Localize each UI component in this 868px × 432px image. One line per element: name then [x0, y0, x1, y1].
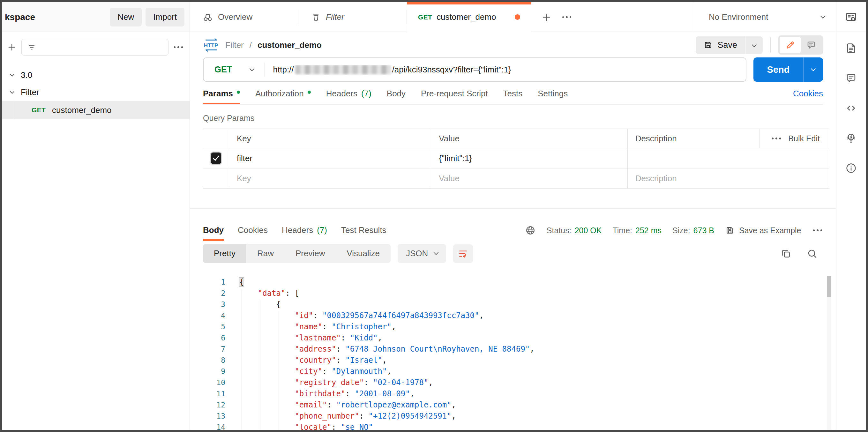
- sidebar: 3.0 Filter GET customer_demo: [2, 32, 190, 430]
- unsaved-changes-dot: [515, 14, 520, 20]
- tab-bar: Overview Filter GET customer_demo: [190, 2, 694, 32]
- line-number: 8: [190, 356, 225, 364]
- lightbulb-icon: [845, 132, 857, 144]
- save-options-button[interactable]: [745, 36, 763, 54]
- line-number: 12: [190, 401, 225, 409]
- edit-comment-toggle: [778, 35, 823, 55]
- save-button[interactable]: Save: [696, 36, 745, 54]
- tab-customer-demo-active[interactable]: GET customer_demo: [407, 2, 531, 32]
- request-tabs: Params Authorization Headers(7) Body Pre…: [203, 89, 823, 105]
- view-raw-button[interactable]: Raw: [246, 244, 285, 263]
- param-description[interactable]: [627, 148, 829, 168]
- related-requests-button[interactable]: [845, 132, 857, 144]
- header-checkbox-cell: [203, 129, 229, 148]
- import-button[interactable]: Import: [146, 8, 184, 27]
- url-suffix: /api/kci93nssqxv?filter={"limit":1}: [392, 65, 511, 75]
- sidebar-filter-input[interactable]: [21, 39, 168, 56]
- param-key-placeholder[interactable]: Key: [229, 168, 431, 188]
- code-line: 9 "city": "Dylanmouth",: [190, 366, 836, 377]
- comment-mode-button[interactable]: [801, 37, 822, 53]
- save-as-example-button[interactable]: Save as Example: [725, 225, 801, 235]
- tab-tests[interactable]: Tests: [503, 89, 523, 104]
- breadcrumb-request-name[interactable]: customer_demo: [257, 40, 322, 50]
- sidebar-add-button[interactable]: [7, 42, 17, 52]
- param-description-placeholder[interactable]: Description: [627, 168, 829, 188]
- breadcrumb-parent[interactable]: Filter: [225, 40, 244, 50]
- send-options-button[interactable]: [803, 57, 823, 82]
- sidebar-options-button[interactable]: [173, 46, 184, 48]
- tab-authorization[interactable]: Authorization: [255, 89, 311, 104]
- view-visualize-button[interactable]: Visualize: [336, 244, 391, 263]
- view-preview-button[interactable]: Preview: [285, 244, 336, 263]
- request-header-row: HTTP Filter / customer_demo Save: [190, 32, 836, 55]
- code-line: 5 "name": "Christopher",: [190, 321, 836, 332]
- edit-mode-button[interactable]: [780, 37, 801, 53]
- ellipsis-icon[interactable]: [771, 137, 782, 140]
- query-params-title: Query Params: [203, 114, 823, 123]
- column-header-value: Value: [431, 129, 627, 148]
- tab-settings[interactable]: Settings: [538, 89, 568, 104]
- method-selector[interactable]: GET: [204, 65, 265, 75]
- tab-filter-collection[interactable]: Filter: [299, 2, 407, 32]
- code-snippet-button[interactable]: [845, 102, 857, 114]
- top-bar: kspace New Import Overview Filter GET: [2, 2, 866, 32]
- documentation-button[interactable]: [845, 42, 857, 54]
- line-number: 10: [190, 378, 225, 387]
- param-checkbox-cell: [203, 168, 229, 188]
- response-body-editor[interactable]: 1{ 2 "data": [ 3 { 4 "id": "000329567a74…: [190, 276, 836, 430]
- code-line: 6 "lastname": "Kidd",: [190, 332, 836, 343]
- new-tab-button[interactable]: [541, 12, 552, 23]
- response-tab-headers[interactable]: Headers(7): [282, 225, 327, 241]
- tab-label: Body: [203, 225, 224, 235]
- status-label: Status:: [547, 226, 571, 235]
- bulk-edit-link[interactable]: Bulk Edit: [788, 134, 820, 143]
- tree-item-filter[interactable]: Filter: [2, 84, 190, 101]
- param-value[interactable]: {"limit":1}: [431, 148, 627, 168]
- search-response-button[interactable]: [806, 248, 818, 259]
- param-key[interactable]: filter: [229, 148, 431, 168]
- new-button[interactable]: New: [110, 8, 142, 27]
- comments-button[interactable]: [845, 72, 857, 84]
- pencil-icon: [785, 40, 795, 50]
- response-toolbar: Pretty Raw Preview Visualize JSON: [203, 244, 823, 263]
- tab-params[interactable]: Params: [203, 89, 240, 104]
- environment-quick-look[interactable]: [836, 2, 866, 32]
- environment-selector[interactable]: No Environment: [694, 2, 836, 32]
- time-pair: Time: 252 ms: [612, 226, 661, 235]
- tab-headers[interactable]: Headers(7): [326, 89, 371, 104]
- code-line: 7 "address": "6748 Johnson Court\nRoyhav…: [190, 343, 836, 354]
- response-tab-cookies[interactable]: Cookies: [238, 225, 268, 241]
- cookies-link[interactable]: Cookies: [793, 89, 823, 104]
- tab-pre-request-script[interactable]: Pre-request Script: [421, 89, 488, 104]
- tab-body[interactable]: Body: [387, 89, 406, 104]
- response-tab-body[interactable]: Body: [203, 225, 224, 241]
- format-selector[interactable]: JSON: [398, 244, 446, 263]
- tree-request-customer-demo[interactable]: GET customer_demo: [2, 101, 190, 119]
- time-value: 252 ms: [636, 226, 661, 235]
- param-checkbox-checked[interactable]: [211, 153, 221, 164]
- response-tab-test-results[interactable]: Test Results: [341, 225, 386, 241]
- globe-icon[interactable]: [525, 225, 536, 236]
- response-body-actions: [780, 248, 823, 259]
- response-meta: Status: 200 OK Time: 252 ms Size: 673 B: [525, 225, 823, 241]
- copy-button[interactable]: [780, 248, 792, 259]
- tab-options-button[interactable]: [561, 16, 572, 18]
- scrollbar-thumb[interactable]: [827, 276, 831, 297]
- tab-label: Body: [387, 89, 406, 99]
- view-pretty-button[interactable]: Pretty: [203, 244, 246, 263]
- response-options-button[interactable]: [812, 229, 823, 231]
- info-button[interactable]: [845, 162, 857, 174]
- save-split-button: Save: [696, 36, 763, 54]
- tree-item-3-0[interactable]: 3.0: [2, 66, 190, 84]
- scrollbar[interactable]: [827, 276, 831, 430]
- chevron-down-icon: [434, 250, 439, 255]
- workspace-name[interactable]: kspace: [5, 12, 35, 22]
- url-input[interactable]: http:///api/kci93nssqxv?filter={"limit":…: [265, 65, 511, 75]
- workspace-actions: New Import: [110, 8, 184, 27]
- chevron-down-icon: [751, 42, 756, 47]
- wrap-lines-button[interactable]: [453, 244, 473, 263]
- tab-overview[interactable]: Overview: [190, 2, 299, 32]
- param-value-placeholder[interactable]: Value: [431, 168, 627, 188]
- send-button[interactable]: Send: [753, 57, 823, 82]
- tree-item-label: Filter: [21, 87, 39, 97]
